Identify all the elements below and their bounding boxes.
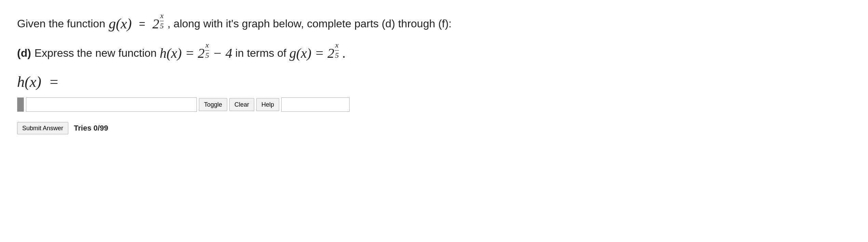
express-text: Express the new function: [35, 47, 160, 59]
tries-display: Tries 0/99: [74, 124, 108, 133]
toggle-button[interactable]: Toggle: [199, 98, 227, 111]
g-formula: 2x5: [152, 14, 164, 33]
clear-button[interactable]: Clear: [229, 98, 254, 111]
problem-statement-line1: Given the function g(x) = 2x5 , along wi…: [17, 14, 851, 33]
submit-answer-button[interactable]: Submit Answer: [17, 122, 68, 134]
help-button[interactable]: Help: [256, 98, 279, 111]
answer-input[interactable]: [26, 97, 197, 112]
g-function-label: g(x): [109, 15, 132, 32]
given-text: Given the function: [17, 17, 105, 30]
line1-suffix: , along with it's graph below, complete …: [167, 17, 451, 30]
g-formula-2: g(x) = 2x5 .: [289, 43, 346, 63]
part-d-label: (d): [17, 47, 31, 59]
answer-input-row: Toggle Clear Help: [17, 97, 851, 112]
color-indicator: [17, 97, 24, 112]
submit-row: Submit Answer Tries 0/99: [17, 122, 851, 134]
equals-sign-1: =: [136, 17, 148, 30]
h-formula-full: h(x) = 2x5 − 4: [160, 43, 232, 63]
answer-input-right[interactable]: [281, 97, 350, 112]
h-function-display: h(x) =: [17, 73, 59, 91]
problem-statement-line2: (d) Express the new function h(x) = 2x5 …: [17, 43, 851, 63]
in-terms-of-text: in terms of: [232, 47, 289, 59]
answer-prefix-line: h(x) =: [17, 73, 851, 91]
